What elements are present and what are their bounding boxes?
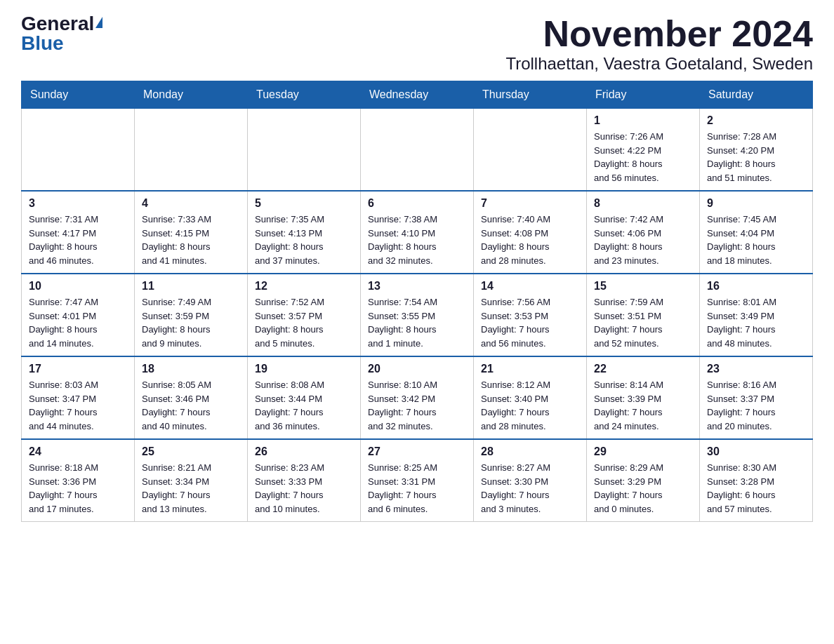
calendar-cell: 23Sunrise: 8:16 AMSunset: 3:37 PMDayligh… [700,356,813,439]
calendar-cell: 6Sunrise: 7:38 AMSunset: 4:10 PMDaylight… [361,191,474,274]
day-info: Sunrise: 7:45 AMSunset: 4:04 PMDaylight:… [707,213,805,267]
day-info: Sunrise: 8:18 AMSunset: 3:36 PMDaylight:… [29,461,127,516]
calendar-cell: 7Sunrise: 7:40 AMSunset: 4:08 PMDaylight… [474,191,587,274]
day-number: 15 [594,280,692,293]
calendar-cell: 27Sunrise: 8:25 AMSunset: 3:31 PMDayligh… [361,439,474,522]
day-info: Sunrise: 7:40 AMSunset: 4:08 PMDaylight:… [481,213,579,267]
day-number: 8 [594,197,692,210]
calendar-cell: 17Sunrise: 8:03 AMSunset: 3:47 PMDayligh… [22,356,135,439]
calendar-cell [135,109,248,192]
calendar-cell: 18Sunrise: 8:05 AMSunset: 3:46 PMDayligh… [135,356,248,439]
day-number: 21 [481,363,579,375]
calendar-cell: 30Sunrise: 8:30 AMSunset: 3:28 PMDayligh… [700,439,813,522]
logo: General Blue [21,14,102,53]
day-info: Sunrise: 7:28 AMSunset: 4:20 PMDaylight:… [707,130,805,185]
day-info: Sunrise: 8:25 AMSunset: 3:31 PMDaylight:… [368,461,466,516]
day-number: 22 [594,363,692,375]
day-info: Sunrise: 7:26 AMSunset: 4:22 PMDaylight:… [594,130,692,185]
day-info: Sunrise: 8:23 AMSunset: 3:33 PMDaylight:… [255,461,353,516]
day-info: Sunrise: 8:01 AMSunset: 3:49 PMDaylight:… [707,295,805,350]
day-info: Sunrise: 8:03 AMSunset: 3:47 PMDaylight:… [29,378,127,433]
day-info: Sunrise: 7:47 AMSunset: 4:01 PMDaylight:… [29,295,127,350]
day-info: Sunrise: 7:38 AMSunset: 4:10 PMDaylight:… [368,213,466,267]
day-info: Sunrise: 8:05 AMSunset: 3:46 PMDaylight:… [142,378,240,433]
day-number: 7 [481,197,579,210]
day-info: Sunrise: 8:29 AMSunset: 3:29 PMDaylight:… [594,461,692,516]
calendar-cell: 22Sunrise: 8:14 AMSunset: 3:39 PMDayligh… [587,356,700,439]
day-info: Sunrise: 8:08 AMSunset: 3:44 PMDaylight:… [255,378,353,433]
day-number: 28 [481,445,579,458]
calendar-cell: 19Sunrise: 8:08 AMSunset: 3:44 PMDayligh… [248,356,361,439]
calendar-cell: 20Sunrise: 8:10 AMSunset: 3:42 PMDayligh… [361,356,474,439]
day-info: Sunrise: 7:54 AMSunset: 3:55 PMDaylight:… [368,295,466,350]
day-number: 4 [142,197,240,210]
day-number: 2 [707,114,805,127]
day-number: 23 [707,363,805,375]
calendar-week-row: 17Sunrise: 8:03 AMSunset: 3:47 PMDayligh… [22,356,813,439]
day-info: Sunrise: 8:27 AMSunset: 3:30 PMDaylight:… [481,461,579,516]
day-info: Sunrise: 7:35 AMSunset: 4:13 PMDaylight:… [255,213,353,267]
day-number: 13 [368,280,466,293]
calendar-cell: 8Sunrise: 7:42 AMSunset: 4:06 PMDaylight… [587,191,700,274]
day-number: 26 [255,445,353,458]
day-number: 20 [368,363,466,375]
day-number: 19 [255,363,353,375]
calendar-header-monday: Monday [135,81,248,109]
calendar-header-wednesday: Wednesday [361,81,474,109]
calendar-week-row: 10Sunrise: 7:47 AMSunset: 4:01 PMDayligh… [22,274,813,356]
logo-general: General [21,14,94,34]
day-number: 18 [142,363,240,375]
calendar-week-row: 3Sunrise: 7:31 AMSunset: 4:17 PMDaylight… [22,191,813,274]
day-number: 3 [29,197,127,210]
day-info: Sunrise: 7:33 AMSunset: 4:15 PMDaylight:… [142,213,240,267]
day-number: 27 [368,445,466,458]
day-number: 24 [29,445,127,458]
calendar-cell: 4Sunrise: 7:33 AMSunset: 4:15 PMDaylight… [135,191,248,274]
day-number: 1 [594,114,692,127]
calendar-cell: 1Sunrise: 7:26 AMSunset: 4:22 PMDaylight… [587,109,700,192]
day-info: Sunrise: 8:14 AMSunset: 3:39 PMDaylight:… [594,378,692,433]
calendar-cell [474,109,587,192]
calendar-header-saturday: Saturday [700,81,813,109]
day-number: 11 [142,280,240,293]
calendar-cell [248,109,361,192]
day-number: 9 [707,197,805,210]
calendar-cell: 25Sunrise: 8:21 AMSunset: 3:34 PMDayligh… [135,439,248,522]
page-title: November 2024 [505,14,813,54]
day-number: 10 [29,280,127,293]
day-info: Sunrise: 7:42 AMSunset: 4:06 PMDaylight:… [594,213,692,267]
calendar-header-thursday: Thursday [474,81,587,109]
calendar-cell: 5Sunrise: 7:35 AMSunset: 4:13 PMDaylight… [248,191,361,274]
day-info: Sunrise: 8:12 AMSunset: 3:40 PMDaylight:… [481,378,579,433]
day-info: Sunrise: 7:31 AMSunset: 4:17 PMDaylight:… [29,213,127,267]
calendar-cell: 3Sunrise: 7:31 AMSunset: 4:17 PMDaylight… [22,191,135,274]
day-number: 5 [255,197,353,210]
day-number: 14 [481,280,579,293]
calendar-cell: 13Sunrise: 7:54 AMSunset: 3:55 PMDayligh… [361,274,474,356]
logo-blue: Blue [21,34,64,53]
calendar-cell: 24Sunrise: 8:18 AMSunset: 3:36 PMDayligh… [22,439,135,522]
calendar-cell: 10Sunrise: 7:47 AMSunset: 4:01 PMDayligh… [22,274,135,356]
day-info: Sunrise: 8:30 AMSunset: 3:28 PMDaylight:… [707,461,805,516]
day-number: 16 [707,280,805,293]
calendar-cell: 9Sunrise: 7:45 AMSunset: 4:04 PMDaylight… [700,191,813,274]
title-block: November 2024 Trollhaettan, Vaestra Goet… [505,14,813,74]
day-info: Sunrise: 7:59 AMSunset: 3:51 PMDaylight:… [594,295,692,350]
day-info: Sunrise: 8:10 AMSunset: 3:42 PMDaylight:… [368,378,466,433]
calendar-cell: 11Sunrise: 7:49 AMSunset: 3:59 PMDayligh… [135,274,248,356]
calendar-cell: 2Sunrise: 7:28 AMSunset: 4:20 PMDaylight… [700,109,813,192]
calendar-cell: 21Sunrise: 8:12 AMSunset: 3:40 PMDayligh… [474,356,587,439]
calendar-header-tuesday: Tuesday [248,81,361,109]
day-info: Sunrise: 8:16 AMSunset: 3:37 PMDaylight:… [707,378,805,433]
day-number: 12 [255,280,353,293]
day-number: 30 [707,445,805,458]
day-number: 25 [142,445,240,458]
calendar-header-sunday: Sunday [22,81,135,109]
calendar-cell: 14Sunrise: 7:56 AMSunset: 3:53 PMDayligh… [474,274,587,356]
day-info: Sunrise: 7:52 AMSunset: 3:57 PMDaylight:… [255,295,353,350]
calendar-week-row: 1Sunrise: 7:26 AMSunset: 4:22 PMDaylight… [22,109,813,192]
calendar-table: SundayMondayTuesdayWednesdayThursdayFrid… [21,81,813,522]
page-subtitle: Trollhaettan, Vaestra Goetaland, Sweden [505,54,813,74]
day-info: Sunrise: 8:21 AMSunset: 3:34 PMDaylight:… [142,461,240,516]
logo-triangle-icon [95,17,102,28]
